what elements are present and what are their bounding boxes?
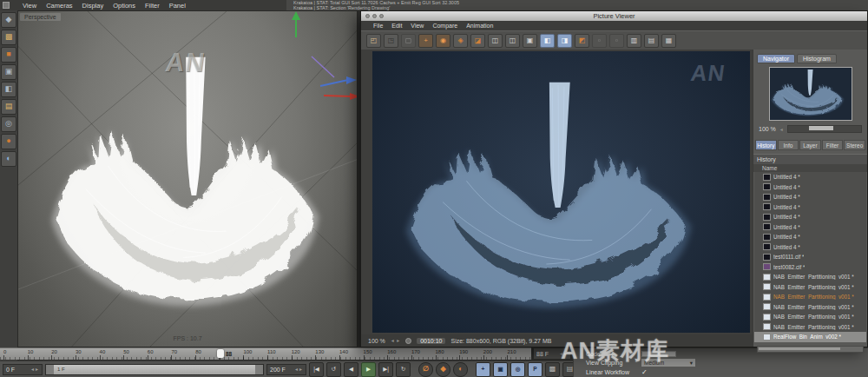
history-item[interactable]: NAB_Emitter_Partitioning_v001 * <box>754 322 866 333</box>
cube-tool-icon[interactable]: ■ <box>1 47 16 63</box>
stamp-a-icon[interactable]: ◈ <box>453 34 468 48</box>
navigator-zoom-stepper[interactable]: ◄ <box>779 127 784 132</box>
history-item[interactable]: Untitled 4 * <box>754 222 866 233</box>
linear-workflow-checkbox[interactable]: ✓ <box>641 368 648 376</box>
history-item[interactable]: test0082.cif * <box>754 262 866 273</box>
compare-a-icon[interactable]: ◧ <box>540 34 555 48</box>
history-item[interactable]: RealFlow_Bin_Anim_v002 * <box>754 332 866 342</box>
tab-stereo[interactable]: Stereo <box>844 140 865 150</box>
range-end-stepper[interactable]: ◄► <box>294 367 303 372</box>
history-item[interactable]: NAB_Emitter_Partitioning_v001 * <box>754 302 866 313</box>
prev-image-icon[interactable]: ▫ <box>592 34 607 48</box>
code-input[interactable] <box>641 351 676 357</box>
picture-viewer-menu-item[interactable]: View <box>411 23 424 29</box>
mesh-tool-icon[interactable]: ▣ <box>1 64 16 80</box>
next-frame-button[interactable]: ▶| <box>378 362 393 377</box>
history-item[interactable]: Untitled 4 * <box>754 232 866 242</box>
save-icon[interactable]: ◳ <box>384 34 398 48</box>
light-tool-icon[interactable]: ● <box>1 134 16 149</box>
range-start-stepper[interactable]: ◄► <box>30 367 39 372</box>
render-canvas[interactable]: AN <box>361 50 753 334</box>
picture-viewer-menu-item[interactable]: File <box>373 23 383 29</box>
tab-layer[interactable]: Layer <box>799 140 821 150</box>
perspective-viewport[interactable]: Perspective AN FPS : 10.7 <box>17 10 358 347</box>
picture-viewer-menu-item[interactable]: Compare <box>432 23 457 29</box>
history-item[interactable]: Untitled 4 * <box>754 182 866 193</box>
range-right-handle[interactable] <box>255 365 263 374</box>
camera-tool-icon[interactable]: ◎ <box>1 116 16 132</box>
print-icon[interactable]: ▢ <box>401 34 416 48</box>
close-icon[interactable] <box>365 14 370 18</box>
user-view-icon[interactable]: ▣ <box>523 34 537 48</box>
keyframe-parameter-icon[interactable]: P <box>528 362 542 377</box>
dual-view-icon[interactable]: ◫ <box>505 34 520 48</box>
viewport-menu-item[interactable]: Display <box>82 2 104 10</box>
history-item[interactable]: Untitled 4 * <box>754 212 866 222</box>
previous-frame-button[interactable]: ◀ <box>344 362 358 377</box>
history-item[interactable]: Untitled 4 * <box>754 172 866 182</box>
tab-navigator[interactable]: Navigator <box>757 54 795 63</box>
tab-filter[interactable]: Filter <box>822 140 844 150</box>
viewport-menu-item[interactable]: Cameras <box>46 2 72 10</box>
viewport-menu-item[interactable]: View <box>23 2 36 10</box>
play-backward-button[interactable]: ↺ <box>326 362 341 377</box>
record-keyframe-icon[interactable]: ◆ <box>436 362 450 377</box>
minimize-icon[interactable] <box>372 14 377 18</box>
floor-tool-icon[interactable]: ▤ <box>1 99 16 115</box>
view-clipping-dropdown[interactable]: Medium ▾ <box>641 359 695 367</box>
loop-button[interactable]: ↻ <box>396 362 411 377</box>
single-view-icon[interactable]: ◫ <box>488 34 503 48</box>
slider-thumb[interactable] <box>809 126 833 130</box>
dither-icon[interactable]: ▩ <box>545 362 560 377</box>
navigator-thumbnail[interactable] <box>769 67 852 121</box>
picture-viewer-menu-item[interactable]: Edit <box>391 23 402 29</box>
next-image-icon[interactable]: ▫ <box>609 34 624 48</box>
history-item[interactable]: test0111.cif * <box>754 252 866 262</box>
keyframe-rotation-icon[interactable]: ◎ <box>510 362 525 377</box>
compare-ab-icon[interactable]: ◩ <box>575 34 589 48</box>
maximize-icon[interactable] <box>379 14 384 18</box>
timeline-playhead[interactable]: 88 <box>217 349 232 358</box>
record-objects-icon[interactable]: ∅ <box>418 362 433 377</box>
add-image-icon[interactable]: + <box>418 34 433 48</box>
viewport-menu-item[interactable]: Filter <box>145 2 160 10</box>
history-item[interactable]: Untitled 4 * <box>754 242 866 253</box>
sky-tool-icon[interactable]: ◐ <box>1 151 16 167</box>
compare-b-icon[interactable]: ◨ <box>557 34 572 48</box>
add-user-icon[interactable]: ◉ <box>436 34 450 48</box>
zoom-tool-icon[interactable]: ▦ <box>661 34 676 48</box>
ram-player-icon[interactable]: ▥ <box>627 34 641 48</box>
playhead-handle[interactable] <box>217 349 224 358</box>
viewport-menu-item[interactable]: Panel <box>169 2 186 10</box>
history-column-header[interactable]: Name <box>753 164 867 172</box>
frame-stepper[interactable]: ◄► <box>559 351 568 356</box>
tab-info[interactable]: Info <box>778 140 799 150</box>
color-probe-icon[interactable] <box>405 338 411 344</box>
history-item[interactable]: NAB_Emitter_Partitioning_v001 * <box>754 282 866 293</box>
deform-tool-icon[interactable]: ◧ <box>1 82 16 97</box>
navigator-zoom-slider[interactable] <box>787 125 862 133</box>
history-item[interactable]: NAB_Emitter_Partitioning_v001 * <box>754 292 866 302</box>
scrollbar-thumb[interactable] <box>759 347 840 350</box>
picture-viewer-titlebar[interactable]: Picture Viewer <box>361 11 867 21</box>
current-frame-field[interactable]: 88 F ◄► <box>533 347 571 360</box>
info-bar-icon[interactable]: ▤ <box>644 34 659 48</box>
history-item[interactable]: Untitled 4 * <box>754 202 866 213</box>
material-tool-icon[interactable]: ▩ <box>1 30 16 45</box>
history-item[interactable]: NAB_Emitter_Partitioning_v001 * <box>754 312 866 322</box>
open-icon[interactable]: ◰ <box>366 34 381 48</box>
history-item[interactable]: NAB_Emitter_Partitioning_v001 * <box>754 272 866 282</box>
preview-range-slider[interactable]: 1 F <box>45 364 264 375</box>
timeline-ruler[interactable]: 0102030405060708010011012013014015016017… <box>0 347 531 360</box>
goto-start-button[interactable]: |◀ <box>309 362 324 377</box>
viewport-menu-item[interactable]: Options <box>113 2 135 10</box>
tab-history[interactable]: History <box>755 140 777 150</box>
play-button[interactable]: ▶ <box>361 362 376 377</box>
app-menu-icon[interactable] <box>3 2 10 9</box>
move-tool-icon[interactable]: ◆ <box>1 12 16 28</box>
history-item[interactable]: Untitled 4 * <box>754 192 866 202</box>
autokey-icon[interactable]: ◐ <box>453 362 468 377</box>
keyframe-scale-icon[interactable]: ▣ <box>493 362 508 377</box>
keyframe-position-icon[interactable]: + <box>476 362 490 377</box>
tab-histogram[interactable]: Histogram <box>797 54 837 63</box>
